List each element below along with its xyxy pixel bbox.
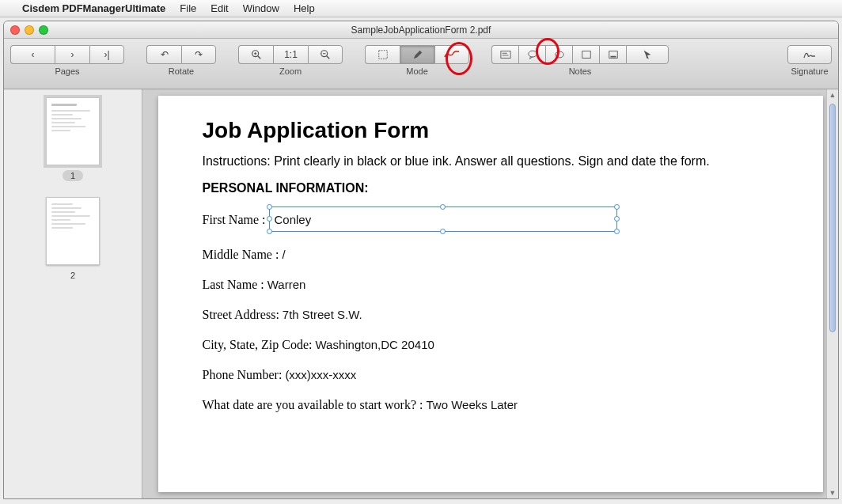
thumbnail-page-number: 1	[63, 170, 83, 181]
svg-rect-15	[610, 56, 616, 58]
pencil-icon	[412, 49, 423, 60]
field-label: Middle Name :	[203, 248, 279, 262]
svg-point-11	[528, 51, 537, 57]
ellipse-icon	[554, 49, 565, 60]
resize-handle[interactable]	[267, 204, 272, 210]
mode-freehand-button[interactable]	[434, 45, 469, 64]
svg-line-5	[327, 56, 330, 59]
note-textbox-button[interactable]	[491, 45, 518, 64]
rotate-cw-icon: ↷	[195, 50, 203, 59]
toolbar-group-label: Rotate	[169, 66, 194, 76]
prev-page-button[interactable]: ‹	[10, 45, 55, 64]
pdf-page: Job Application Form Instructions: Print…	[158, 96, 823, 492]
thumbnails-sidebar: 1 2	[4, 89, 142, 498]
zoom-in-icon	[251, 49, 262, 60]
scroll-up-icon[interactable]: ▲	[827, 91, 838, 99]
zoom-fit-label: 1:1	[284, 49, 298, 60]
menu-edit[interactable]: Edit	[210, 2, 228, 14]
field-value: Two Weeks Later	[427, 398, 518, 411]
note-comment-button[interactable]	[518, 45, 545, 64]
pdf-viewer[interactable]: Job Application Form Instructions: Print…	[142, 89, 838, 498]
toolbar-group-label: Signature	[791, 66, 828, 76]
field-value: /	[282, 248, 285, 261]
field-value: Warren	[267, 278, 306, 291]
toolbar-group-label: Mode	[406, 66, 428, 76]
freehand-icon	[444, 50, 460, 59]
field-label: Last Name :	[203, 278, 264, 292]
highlight-icon	[608, 49, 619, 60]
skip-end-icon: ›|	[104, 50, 109, 59]
field-label: City, State, Zip Code:	[203, 338, 313, 352]
field-label: First Name :	[203, 213, 266, 227]
doc-title: Job Application Form	[203, 118, 779, 143]
rectangle-icon	[581, 49, 592, 60]
resize-handle[interactable]	[614, 229, 620, 234]
field-value: (xxx)xxx-xxxx	[285, 368, 356, 381]
menu-help[interactable]: Help	[294, 2, 315, 14]
titlebar: SampleJobApplicationForm 2.pdf	[4, 21, 838, 39]
app-window: SampleJobApplicationForm 2.pdf ‹ › ›| Pa…	[3, 21, 839, 499]
mode-edit-button[interactable]	[400, 45, 434, 64]
resize-handle[interactable]	[267, 229, 272, 234]
svg-rect-13	[582, 51, 590, 59]
next-page-button[interactable]: ›	[55, 45, 89, 64]
signature-icon	[802, 49, 817, 60]
resize-handle[interactable]	[440, 229, 446, 234]
field-value: Conley	[275, 213, 312, 226]
pointer-icon	[642, 49, 653, 60]
signature-button[interactable]	[787, 45, 832, 64]
rotate-ccw-icon: ↶	[161, 50, 169, 59]
field-label: Street Address:	[203, 308, 279, 322]
thumbnail-page-number: 2	[63, 270, 83, 281]
note-arrow-button[interactable]	[626, 45, 669, 64]
field-label: Phone Number:	[203, 368, 283, 382]
doc-instructions: Instructions: Print clearly in black or …	[203, 154, 779, 169]
svg-rect-7	[378, 51, 387, 59]
resize-handle[interactable]	[614, 204, 620, 210]
svg-line-1	[257, 56, 260, 59]
menu-file[interactable]: File	[180, 2, 196, 14]
rotate-cw-button[interactable]: ↷	[181, 45, 216, 64]
chevron-right-icon: ›	[71, 50, 74, 59]
section-heading: PERSONAL INFORMATION:	[203, 181, 779, 195]
selected-text-annotation[interactable]: Conley	[269, 207, 617, 232]
field-value: 7th Street S.W.	[283, 308, 362, 321]
chevron-left-icon: ‹	[32, 50, 35, 59]
scrollbar-thumb[interactable]	[829, 104, 836, 332]
field-label: What date are you available to start wor…	[203, 398, 423, 412]
scroll-down-icon[interactable]: ▼	[827, 489, 838, 497]
marquee-select-icon	[377, 49, 389, 60]
toolbar-group-label: Zoom	[279, 66, 302, 76]
field-value: Washington,DC 20410	[315, 338, 434, 351]
last-page-button[interactable]: ›|	[89, 45, 124, 64]
window-title: SampleJobApplicationForm 2.pdf	[4, 25, 838, 36]
svg-point-12	[555, 51, 563, 58]
rotate-ccw-button[interactable]: ↶	[146, 45, 181, 64]
zoom-actual-button[interactable]: 1:1	[273, 45, 308, 64]
resize-handle[interactable]	[267, 216, 272, 222]
textbox-icon	[500, 49, 511, 60]
mode-select-button[interactable]	[365, 45, 400, 64]
zoom-out-button[interactable]	[308, 45, 343, 64]
toolbar-group-label: Notes	[569, 66, 592, 76]
system-menubar: Cisdem PDFManagerUltimate File Edit Wind…	[0, 0, 842, 17]
note-highlight-button[interactable]	[599, 45, 626, 64]
zoom-in-button[interactable]	[238, 45, 273, 64]
resize-handle[interactable]	[614, 216, 620, 222]
speech-bubble-icon	[527, 49, 538, 60]
page-thumbnail[interactable]: 2	[46, 197, 100, 281]
note-ellipse-button[interactable]	[545, 45, 572, 64]
toolbar: ‹ › ›| Pages ↶ ↷ Rotate 1:1	[4, 39, 838, 89]
menu-window[interactable]: Window	[243, 2, 279, 14]
toolbar-group-label: Pages	[55, 66, 79, 76]
note-rect-button[interactable]	[572, 45, 599, 64]
page-thumbnail[interactable]: 1	[46, 97, 100, 181]
vertical-scrollbar[interactable]: ▲ ▼	[826, 89, 838, 498]
app-menu[interactable]: Cisdem PDFManagerUltimate	[22, 2, 165, 14]
zoom-out-icon	[320, 49, 331, 60]
svg-rect-8	[500, 51, 510, 59]
resize-handle[interactable]	[440, 204, 446, 210]
